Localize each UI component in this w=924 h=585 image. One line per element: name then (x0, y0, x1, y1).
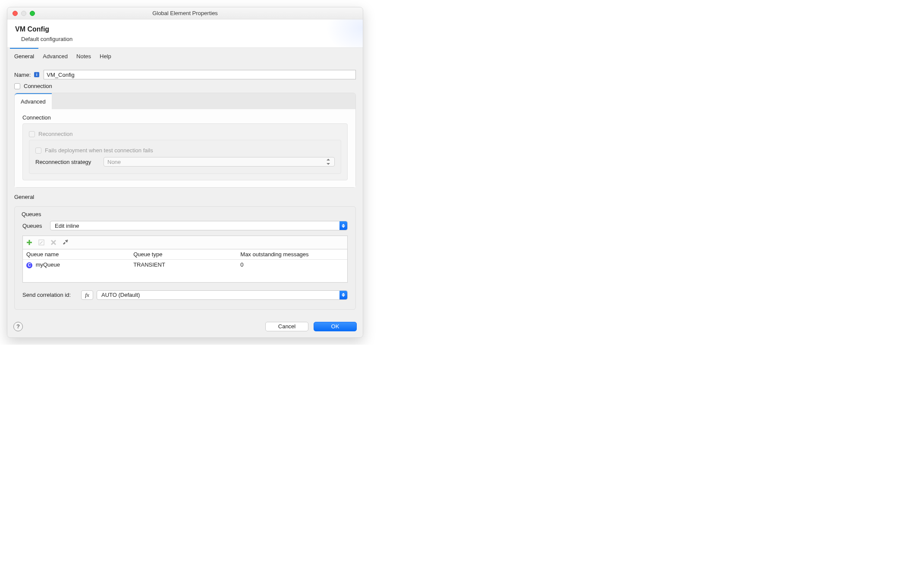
cancel-button[interactable]: Cancel (265, 322, 308, 331)
x-icon (50, 239, 57, 245)
reconnection-checkbox (29, 131, 35, 137)
wrench-hammer-icon (62, 239, 69, 246)
dialog-window: Global Element Properties VM Config Defa… (7, 7, 363, 338)
page-title: VM Config (15, 25, 355, 33)
edit-button (37, 238, 46, 247)
chevron-updown-icon (339, 291, 347, 299)
reconnection-strategy-label: Reconnection strategy (35, 159, 100, 165)
cell-queue-type: TRANSIENT (130, 260, 237, 270)
connection-label: Connection (24, 83, 52, 89)
queue-toolbar (22, 236, 348, 249)
main-tabs: General Advanced Notes Help (7, 47, 363, 63)
dialog-footer: ? Cancel OK (7, 316, 363, 337)
queues-mode-select[interactable]: Edit inline (50, 221, 348, 230)
delete-button (49, 238, 58, 247)
chevron-updown-icon (339, 221, 347, 230)
reconnection-label: Reconnection (38, 131, 73, 137)
window-title: Global Element Properties (7, 10, 363, 16)
correlation-value: AUTO (Default) (101, 292, 140, 298)
correlation-select[interactable]: AUTO (Default) (97, 290, 348, 300)
dialog-header: VM Config Default configuration (7, 19, 363, 47)
tab-notes[interactable]: Notes (72, 49, 95, 63)
reconnection-strategy-value: None (107, 159, 121, 165)
add-button[interactable] (25, 238, 34, 247)
queues-label: Queues (22, 223, 47, 229)
connection-advanced-panel: Advanced Connection Reconnection Fails d… (14, 93, 356, 188)
help-button[interactable]: ? (13, 322, 23, 331)
col-queue-name: Queue name (23, 249, 130, 259)
tab-help[interactable]: Help (95, 49, 116, 63)
ok-button[interactable]: OK (314, 322, 357, 331)
col-max-outstanding: Max outstanding messages (237, 249, 347, 259)
fails-deployment-label: Fails deployment when test connection fa… (45, 147, 153, 154)
plus-icon (26, 239, 32, 245)
correlation-label: Send correlation id: (22, 292, 78, 298)
chevron-updown-icon (326, 159, 331, 165)
fx-button[interactable]: fx (81, 290, 93, 300)
cancel-label: Cancel (278, 323, 295, 330)
fx-label: fx (85, 292, 89, 299)
help-icon: ? (16, 323, 20, 330)
info-icon: i (34, 72, 39, 77)
titlebar: Global Element Properties (7, 7, 363, 19)
header-decoration (311, 19, 363, 47)
general-group: Queues Queues Edit inline (14, 206, 356, 310)
tab-advanced[interactable]: Advanced (38, 49, 72, 63)
table-row[interactable]: C myQueue TRANSIENT 0 (23, 260, 347, 270)
queues-mode-value: Edit inline (55, 223, 79, 229)
ok-label: OK (331, 323, 339, 330)
svg-point-3 (67, 240, 68, 241)
col-queue-type: Queue type (130, 249, 237, 259)
connection-section-title: Connection (22, 114, 348, 121)
svg-rect-1 (27, 242, 32, 243)
connection-checkbox[interactable] (14, 83, 20, 89)
name-label: Name: (14, 72, 31, 78)
subtab-advanced[interactable]: Advanced (15, 93, 52, 109)
cell-queue-name: myQueue (36, 261, 60, 268)
tab-panel-general: Name: i Connection Advanced Connection R… (7, 63, 363, 316)
pencil-icon (38, 239, 44, 245)
page-subtitle: Default configuration (21, 36, 355, 42)
tools-button[interactable] (61, 238, 70, 247)
queue-icon: C (26, 262, 32, 268)
cell-max-outstanding: 0 (237, 260, 347, 270)
queues-table: Queue name Queue type Max outstanding me… (22, 249, 348, 283)
tab-general[interactable]: General (10, 48, 38, 63)
reconnection-strategy-select[interactable]: None (104, 157, 335, 167)
queues-title: Queues (22, 211, 348, 217)
name-input[interactable] (44, 70, 356, 79)
general-section-title: General (14, 194, 356, 200)
fails-deployment-checkbox (35, 148, 41, 154)
